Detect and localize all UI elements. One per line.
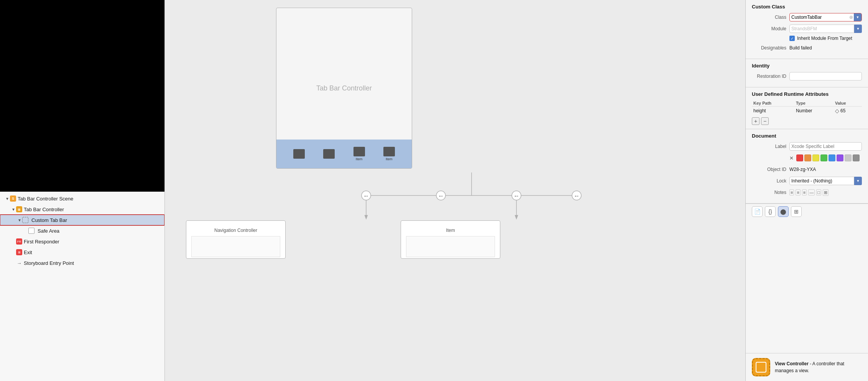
class-value: CustomTabBar <box>791 15 853 20</box>
class-clear-btn[interactable]: ⊗ <box>849 15 853 20</box>
col-value: Value <box>833 100 862 107</box>
lock-dropdown-arrow[interactable]: ▼ <box>854 177 862 185</box>
notes-row: Notes ≡ ≡ ≡ — □ ⊞ <box>752 188 862 197</box>
toolbar-doc-btn[interactable]: 📄 <box>752 206 763 217</box>
restoration-row: Restoration ID <box>752 72 862 81</box>
doc-label-row: Label <box>752 142 862 151</box>
row-keypath: height <box>752 107 794 115</box>
designables-row: Designables Build failed <box>752 43 862 53</box>
stepper: ◇ 65 <box>835 108 845 114</box>
nav-controller-box: Navigation Controller <box>186 220 286 259</box>
module-label: Module <box>752 26 786 31</box>
table-row: height Number ◇ 65 <box>752 107 862 115</box>
lock-value: Inherited - (Nothing) <box>791 178 832 184</box>
identity-title: Identity <box>752 63 862 69</box>
notes-grid[interactable]: ⊞ <box>823 189 829 196</box>
tab-label-4: Item <box>386 157 393 161</box>
sidebar-item-tabbar[interactable]: ▦ Tab Bar Controller <box>0 204 164 215</box>
custom-class-title: Custom Class <box>752 4 862 10</box>
tab-item-1 <box>293 149 305 159</box>
storyboard-icon: → <box>16 260 22 266</box>
disclosure-tabbar[interactable] <box>11 207 16 212</box>
designables-value: Build failed <box>789 45 812 51</box>
firstresponder-icon: FR <box>16 238 22 245</box>
class-dropdown-arrow[interactable]: ▼ <box>854 13 861 21</box>
controller-title: Tab Bar Controller <box>316 84 372 92</box>
swatch-lightgray[interactable] <box>845 154 852 161</box>
svg-point-9 <box>572 191 581 200</box>
notes-align-left[interactable]: ≡ <box>789 189 794 195</box>
inherit-checkbox[interactable]: ✓ <box>789 36 795 41</box>
vc-title: View Controller <box>775 361 809 366</box>
doc-label-label: Label <box>752 144 786 149</box>
class-label: Class <box>752 15 786 20</box>
designables-label: Designables <box>752 45 786 51</box>
custom-class-section: Custom Class Class CustomTabBar ⊗ ▼ Modu… <box>746 0 868 59</box>
connection-svg: ⊷ ⊷ ⊷ ⊷ <box>165 0 745 381</box>
document-title: Document <box>752 133 862 139</box>
notes-align-center[interactable]: ≡ <box>796 189 800 195</box>
lock-select[interactable]: Inherited - (Nothing) <box>789 177 854 185</box>
class-input[interactable]: CustomTabBar ⊗ ▼ <box>789 13 862 21</box>
sidebar-item-custom-tabbar[interactable]: Custom Tab Bar <box>0 215 164 225</box>
sidebar-item-first-responder[interactable]: FR First Responder <box>0 236 164 247</box>
module-input-wrapper: StrandsBFM ▼ <box>789 25 862 33</box>
safearea-icon <box>28 228 35 234</box>
notes-icons-container: ≡ ≡ ≡ — □ ⊞ <box>789 189 829 196</box>
svg-text:⊷: ⊷ <box>364 194 368 198</box>
sidebar-item-scene[interactable]: S Tab Bar Controller Scene <box>0 193 164 204</box>
sidebar-item-safe-area[interactable]: Safe Area <box>0 225 164 236</box>
disclosure-custom-tabbar[interactable] <box>17 217 22 223</box>
swatch-orange[interactable] <box>804 154 811 161</box>
swatch-gray[interactable] <box>853 154 860 161</box>
toolbar-grid-btn[interactable]: ⊞ <box>791 206 802 217</box>
notes-square[interactable]: □ <box>816 189 821 195</box>
toolbar-circle-btn[interactable]: ⬤ <box>778 206 789 217</box>
left-panel: S Tab Bar Controller Scene ▦ Tab Bar Con… <box>0 0 165 381</box>
sidebar-item-storyboard-entry[interactable]: → Storyboard Entry Point <box>0 258 164 268</box>
swatch-x-btn[interactable]: ✕ <box>789 155 794 161</box>
svg-point-3 <box>362 191 371 200</box>
minus-button[interactable]: − <box>761 117 769 125</box>
restoration-input[interactable] <box>789 72 862 80</box>
safe-area-label: Safe Area <box>38 228 59 234</box>
exit-label: Exit <box>24 250 32 255</box>
notes-align-right[interactable]: ≡ <box>802 189 807 195</box>
scene-tree: S Tab Bar Controller Scene ▦ Tab Bar Con… <box>0 192 164 381</box>
vc-info: View Controller - A controller that mana… <box>746 353 868 381</box>
svg-point-5 <box>436 191 446 200</box>
col-type: Type <box>794 100 833 107</box>
disclosure-scene[interactable] <box>5 196 10 201</box>
tab-icon-3 <box>353 147 365 156</box>
swatches-row: ✕ <box>752 153 862 163</box>
module-input[interactable]: StrandsBFM <box>789 25 854 33</box>
vc-text: View Controller - A controller that mana… <box>775 360 862 374</box>
device-frame: Tab Bar Controller Item Item <box>276 8 412 169</box>
tab-item-2 <box>323 149 335 159</box>
storyboard-entry-label: Storyboard Entry Point <box>24 260 74 266</box>
stepper-arrows[interactable]: ◇ <box>835 108 839 114</box>
module-placeholder: StrandsBFM <box>791 26 817 31</box>
canvas-area: ⊷ ⊷ ⊷ ⊷ Tab Bar Controller <box>165 0 745 381</box>
swatch-red[interactable] <box>796 154 803 161</box>
swatch-green[interactable] <box>820 154 827 161</box>
vc-icon <box>752 358 770 376</box>
swatch-purple[interactable] <box>837 154 843 161</box>
sidebar-item-exit[interactable]: ⊠ Exit <box>0 247 164 258</box>
swatch-blue[interactable] <box>829 154 835 161</box>
swatch-yellow[interactable] <box>812 154 819 161</box>
scene-label: Tab Bar Controller Scene <box>18 196 73 202</box>
plus-button[interactable]: + <box>752 117 760 125</box>
lock-label: Lock <box>752 178 786 184</box>
doc-label-input[interactable] <box>789 142 862 151</box>
runtime-title: User Defined Runtime Attributes <box>752 91 862 97</box>
first-responder-label: First Responder <box>24 239 59 245</box>
restoration-label: Restoration ID <box>752 74 786 79</box>
notes-dash[interactable]: — <box>808 189 815 195</box>
svg-point-7 <box>512 191 521 200</box>
col-keypath: Key Path <box>752 100 794 107</box>
tab-label-3: Item <box>356 157 363 161</box>
object-id-row: Object ID W28-zg-YXA <box>752 165 862 174</box>
toolbar-code-btn[interactable]: {} <box>765 206 776 217</box>
module-dropdown-arrow[interactable]: ▼ <box>854 25 862 33</box>
